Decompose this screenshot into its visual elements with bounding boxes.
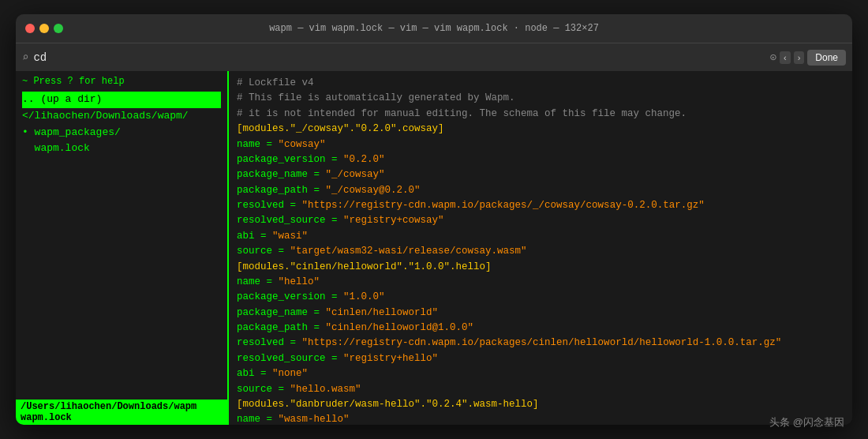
- file-sidebar: ~ Press ? for help .. (up a dir) </lihao…: [16, 71, 229, 425]
- sidebar-content: ~ Press ? for help .. (up a dir) </lihao…: [16, 71, 227, 400]
- code-line-11: abi = "wasi": [237, 231, 308, 242]
- sidebar-item-updir[interactable]: .. (up a dir): [22, 92, 221, 108]
- window-title: wapm — vim wapm.lock — vim — vim wapm.lo…: [269, 23, 599, 34]
- sidebar-status: /Users/lihaochen/Downloads/wapm wapm.loc…: [16, 400, 227, 425]
- code-line-15: package_version = "1.0.0": [237, 291, 385, 302]
- watermark: 头条 @闪念基因: [769, 416, 844, 428]
- code-line-4: [modules."_/cowsay"."0.2.0".cowsay]: [237, 123, 444, 134]
- code-line-2: # This file is automatically generated b…: [237, 92, 515, 103]
- terminal-window: wapm — vim wapm.lock — vim — vim wapm.lo…: [16, 14, 852, 425]
- code-line-18: resolved = "https://registry-cdn.wapm.io…: [237, 337, 781, 348]
- code-line-1: # Lockfile v4: [237, 77, 314, 88]
- main-content: ~ Press ? for help .. (up a dir) </lihao…: [16, 71, 852, 425]
- search-actions: ⊙ ‹ › Done: [770, 50, 846, 66]
- code-line-5: name = "cowsay": [237, 139, 326, 150]
- done-button[interactable]: Done: [807, 50, 846, 66]
- close-button[interactable]: [25, 24, 35, 33]
- sidebar-item-wapm-dir[interactable]: </lihaochen/Downloads/wapm/: [22, 108, 221, 125]
- code-line-20: abi = "none": [237, 368, 308, 379]
- search-result-icon: ⊙: [770, 51, 776, 64]
- next-button[interactable]: ›: [794, 51, 805, 64]
- maximize-button[interactable]: [54, 24, 63, 33]
- sidebar-item-wapm-lock[interactable]: wapm.lock: [22, 141, 221, 157]
- code-line-9: resolved = "https://registry-cdn.wapm.io…: [237, 200, 705, 211]
- code-line-22: [modules."danbruder/wasm-hello"."0.2.4".…: [237, 399, 539, 410]
- code-line-16: package_name = "cinlen/helloworld": [237, 307, 438, 318]
- code-line-12: source = "target/wasm32-wasi/release/cow…: [237, 246, 527, 257]
- code-line-19: resolved_source = "registry+hello": [237, 353, 438, 364]
- code-line-6: package_version = "0.2.0": [237, 154, 385, 165]
- search-bar: ⌕ ⊙ ‹ › Done: [16, 43, 852, 71]
- prev-button[interactable]: ‹: [780, 51, 791, 64]
- code-line-8: package_path = "_/cowsay@0.2.0": [237, 185, 421, 196]
- code-line-23: name = "wasm-hello": [237, 414, 350, 425]
- code-line-3: # it is not intended for manual editing.…: [237, 108, 687, 119]
- code-line-17: package_path = "cinlen/helloworld@1.0.0": [237, 322, 473, 333]
- code-line-14: name = "hello": [237, 276, 320, 287]
- minimize-button[interactable]: [39, 24, 49, 33]
- sidebar-help-text: ~ Press ? for help: [22, 76, 221, 87]
- code-line-21: source = "hello.wasm": [237, 384, 361, 395]
- search-icon: ⌕: [22, 51, 28, 64]
- traffic-lights: [25, 24, 63, 33]
- code-line-7: package_name = "_/cowsay": [237, 169, 385, 180]
- search-input[interactable]: [33, 51, 765, 64]
- code-line-10: resolved_source = "registry+cowsay": [237, 215, 444, 226]
- title-bar: wapm — vim wapm.lock — vim — vim wapm.lo…: [16, 14, 852, 43]
- code-line-13: [modules."cinlen/helloworld"."1.0.0".hel…: [237, 261, 492, 272]
- code-editor[interactable]: # Lockfile v4 # This file is automatical…: [229, 71, 852, 425]
- sidebar-item-wapm-packages[interactable]: • wapm_packages/: [22, 125, 221, 141]
